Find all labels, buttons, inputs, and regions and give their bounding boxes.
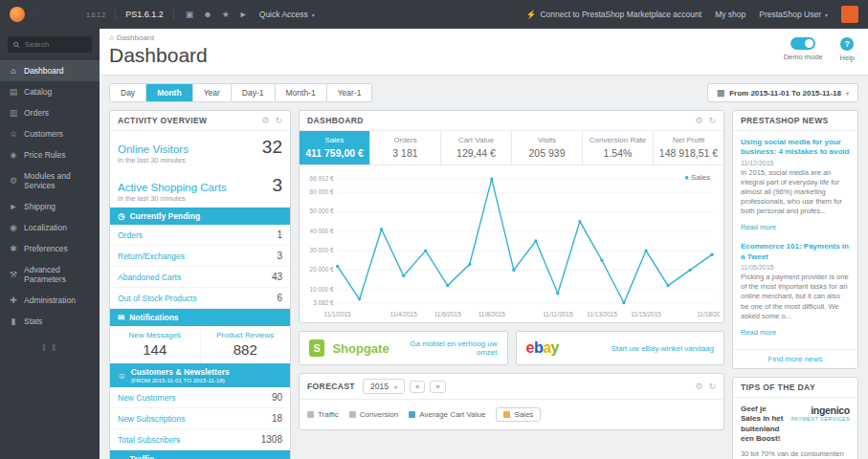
avatar[interactable]: [841, 6, 858, 23]
sidebar-item-stats[interactable]: ▮Stats: [0, 311, 100, 332]
user-menu[interactable]: PrestaShop User ▾: [759, 10, 828, 19]
year-select[interactable]: 2015▾: [363, 379, 405, 394]
help-icon[interactable]: ?: [840, 37, 854, 51]
customers-row: New Subscriptions18: [110, 408, 290, 429]
out-of-stock-link[interactable]: Out of Stock Products: [118, 294, 197, 303]
shop-name[interactable]: PS1.6.1.2: [115, 10, 164, 19]
total-subscribers-link[interactable]: Total Subscribers: [118, 435, 180, 445]
profile-icon[interactable]: ☻: [203, 10, 211, 19]
metric-tab-sales[interactable]: Sales411 759,00 €: [300, 131, 370, 164]
active-carts-link[interactable]: Active Shopping Carts: [118, 182, 227, 193]
svg-text:20 000 €: 20 000 €: [310, 266, 334, 273]
read-more-link[interactable]: Read more: [741, 223, 776, 231]
traffic-header: ◎ Traffic(FROM 2015-11-01 TO 2015-11-18): [110, 450, 290, 459]
metric-tab-visits[interactable]: Visits205 939: [512, 131, 583, 164]
forecast-legend-sales[interactable]: Sales: [496, 407, 541, 422]
gear-icon[interactable]: ⚙: [261, 116, 269, 125]
sidebar-item-label: Stats: [24, 317, 42, 326]
sidebar-item-advanced-parameters[interactable]: ⚒Advanced Parameters: [0, 259, 100, 290]
new-subscriptions-link[interactable]: New Subscriptions: [118, 414, 185, 424]
period-year-1-button[interactable]: Year-1: [327, 84, 372, 101]
metric-tab-conversion-rate[interactable]: Conversion Rate1.54%: [583, 131, 654, 164]
next-year-button[interactable]: »: [430, 381, 445, 393]
pending-orders-value: 1: [277, 230, 282, 240]
sidebar-item-price-rules[interactable]: ◈Price Rules: [0, 144, 100, 165]
help-label: Help: [840, 54, 855, 62]
bolt-icon: ⚡: [526, 10, 537, 19]
page: PrestaShop 1.6.1.2 PS1.6.1.2 ▣ ☻ ★ ► Qui…: [0, 0, 868, 459]
refresh-icon[interactable]: ↻: [275, 116, 282, 125]
sidebar-item-localization[interactable]: ◉Localization: [0, 217, 100, 238]
metric-tab-cart-value[interactable]: Cart Value129,44 €: [441, 131, 512, 164]
new-messages-link[interactable]: New Messages: [114, 331, 196, 339]
demo-mode-toggle[interactable]: [790, 37, 815, 50]
forecast-legend-traffic[interactable]: Traffic: [307, 410, 339, 419]
gift-icon[interactable]: ★: [222, 10, 230, 19]
my-shop-link[interactable]: My shop: [715, 10, 746, 19]
refresh-icon[interactable]: ↻: [708, 382, 716, 391]
sidebar-item-label: Shipping: [24, 202, 56, 211]
sidebar-item-preferences[interactable]: ✱Preferences: [0, 238, 100, 259]
conversion-swatch-icon: [349, 411, 356, 418]
forecast-legend: Traffic Conversion Average Cart Value Sa…: [300, 400, 723, 429]
sidebar-item-orders[interactable]: ▥Orders: [0, 102, 100, 123]
date-range-picker[interactable]: ▦ From 2015-11-01 To 2015-11-18 ▾: [707, 83, 858, 102]
new-customers-link[interactable]: New Customers: [118, 393, 175, 403]
news-article: Using social media for your business: 4 …: [741, 138, 850, 233]
period-day-1-button[interactable]: Day-1: [232, 84, 276, 101]
sidebar-item-shipping[interactable]: ►Shipping: [0, 196, 100, 217]
refresh-icon[interactable]: ↻: [708, 116, 716, 125]
pending-returns-link[interactable]: Return/Exchanges: [118, 251, 185, 261]
catalog-icon: ▤: [9, 87, 18, 97]
cart-icon[interactable]: ▣: [186, 10, 194, 19]
sidebar-item-modules[interactable]: ⚙Modules and Services: [0, 165, 100, 196]
sidebar-item-administration[interactable]: ✚Administration: [0, 290, 100, 311]
product-reviews-link[interactable]: Product Reviews: [205, 331, 287, 339]
metric-label: Visits: [515, 136, 579, 144]
ebay-letter: b: [534, 339, 543, 356]
shopgate-link[interactable]: Ga mobiel en verhoog uw omzet: [397, 339, 498, 357]
panel-title: PRESTASHOP NEWS: [741, 116, 829, 125]
sidebar-item-label: Advanced Parameters: [24, 265, 91, 284]
abandoned-carts-link[interactable]: Abandoned Carts: [118, 273, 181, 282]
prestashop-logo-icon[interactable]: [10, 7, 25, 22]
metric-tab-net-profit[interactable]: Net Profit148 918,51 €: [654, 131, 723, 164]
marketplace-connect-label: Connect to PrestaShop Marketplace accoun…: [540, 10, 701, 19]
article-date: 11/12/2015: [741, 160, 850, 166]
abandoned-carts-value: 43: [272, 272, 282, 282]
period-month-button[interactable]: Month: [146, 84, 193, 101]
sidebar-item-customers[interactable]: ☺Customers: [0, 123, 100, 144]
marketplace-connect-link[interactable]: ⚡ Connect to PrestaShop Marketplace acco…: [526, 10, 701, 19]
search-input[interactable]: [25, 40, 86, 49]
forecast-legend-conversion[interactable]: Conversion: [349, 410, 398, 419]
sidebar-item-label: Dashboard: [24, 66, 64, 76]
period-month-1-button[interactable]: Month-1: [276, 84, 327, 101]
forecast-legend-average-cart-value[interactable]: Average Cart Value: [409, 410, 485, 419]
prev-year-button[interactable]: «: [410, 381, 425, 393]
period-day-button[interactable]: Day: [110, 84, 146, 101]
svg-text:11/15/2015: 11/15/2015: [631, 311, 661, 317]
sidebar-item-label: Modules and Services: [24, 171, 91, 190]
metric-tab-orders[interactable]: Orders3 181: [370, 131, 441, 164]
sidebar-item-catalog[interactable]: ▤Catalog: [0, 81, 100, 102]
dashboard-panel: DASHBOARD ⚙ ↻ Sales411 759,00 € Orders3 …: [299, 110, 724, 323]
sales-swatch-icon: [503, 411, 510, 418]
find-more-news-link[interactable]: Find more news: [733, 349, 857, 368]
sidebar-collapse-button[interactable]: ‖ ‖: [0, 332, 100, 364]
pending-orders-link[interactable]: Orders: [118, 230, 143, 240]
online-visitors-link[interactable]: Online Visitors: [118, 143, 189, 155]
quick-access-menu[interactable]: Quick Access ▾: [259, 10, 315, 19]
clock-icon: ◷: [118, 211, 124, 221]
read-more-link[interactable]: Read more: [741, 328, 776, 337]
sidebar-item-dashboard[interactable]: ⌂Dashboard: [0, 60, 100, 81]
article-title-link[interactable]: Using social media for your business: 4 …: [741, 138, 850, 158]
shipping-icon: ►: [9, 202, 18, 211]
period-year-button[interactable]: Year: [193, 84, 232, 101]
article-title-link[interactable]: Ecommerce 101: Payments in a Tweet: [741, 242, 850, 262]
gear-icon[interactable]: ⚙: [695, 382, 702, 391]
gear-icon[interactable]: ⚙: [695, 116, 702, 125]
topbar: PrestaShop 1.6.1.2 PS1.6.1.2 ▣ ☻ ★ ► Qui…: [0, 0, 868, 29]
ebay-link[interactable]: Start uw eBay-winkel vandaag: [611, 344, 714, 353]
launch-icon[interactable]: ►: [239, 10, 248, 19]
user-name: PrestaShop User: [759, 10, 821, 19]
